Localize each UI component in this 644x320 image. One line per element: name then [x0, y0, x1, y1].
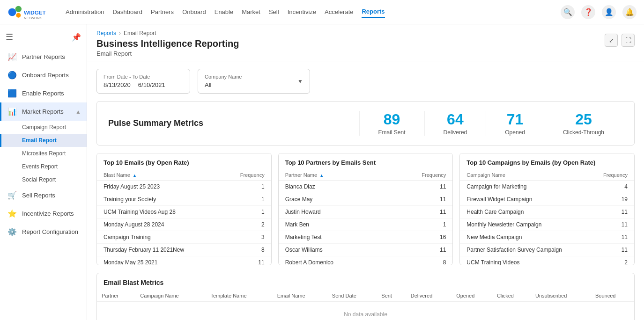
partner-freq: 8: [387, 256, 453, 266]
search-icon-btn[interactable]: 🔍: [561, 5, 575, 19]
nav-partners[interactable]: Partners: [151, 7, 174, 17]
onboard-reports-icon: 🔵: [7, 71, 17, 80]
top-partners-col2-header[interactable]: Frequency: [387, 170, 453, 181]
nav-incentivize[interactable]: Incentivize: [288, 7, 316, 17]
date-to[interactable]: 6/10/2021: [138, 81, 165, 88]
top-emails-title: Top 10 Emails (by Open Rate): [97, 153, 271, 170]
user-icon-btn[interactable]: 👤: [602, 5, 616, 19]
sidebar-item-onboard-reports[interactable]: 🔵 Onboard Reports: [0, 66, 87, 84]
sidebar-sub-label-email: Email Report: [22, 137, 57, 144]
sidebar-sub-social-report[interactable]: Social Report: [0, 173, 87, 186]
nav-market[interactable]: Market: [242, 7, 260, 17]
sidebar-controls: ☰ 📌: [0, 28, 87, 46]
filter-row: From Date - To Date 8/13/2020 6/10/2021 …: [96, 69, 635, 94]
nav-accelerate[interactable]: Accelerate: [325, 7, 353, 17]
enable-reports-icon: 🟦: [7, 89, 17, 98]
hamburger-icon[interactable]: ☰: [6, 32, 13, 42]
blast-metrics-col-header[interactable]: Unsubscribed: [531, 290, 591, 302]
company-filter-label: Company Name: [205, 74, 242, 80]
svg-point-1: [15, 6, 22, 12]
email-name: Campaign Training: [97, 231, 222, 244]
sidebar-item-market-reports[interactable]: 📊 Market Reports ▲: [0, 102, 87, 121]
top-emails-col2-header[interactable]: Frequency: [222, 170, 271, 181]
blast-metrics-col-header[interactable]: Template Name: [206, 290, 272, 302]
sidebar-sub-microsites-report[interactable]: Microsites Report: [0, 147, 87, 160]
email-name: Training your Society: [97, 193, 222, 206]
logo-area: WIDGET NETWORK: [7, 4, 54, 21]
top-emails-table: Blast Name ▲ Frequency Friday August 25 …: [97, 170, 271, 265]
sidebar: ☰ 📌 📈 Partner Reports 🔵 Onboard Reports …: [0, 24, 87, 320]
blast-metrics-col-header[interactable]: Opened: [452, 290, 492, 302]
metrics-panel: Pulse Summary Metrics 89 Email Sent 64 D…: [96, 101, 635, 145]
incentivize-reports-icon: ⭐: [7, 209, 17, 218]
campaign-name: UCM Training Videos: [460, 256, 589, 266]
company-filter-box: Company Name All ▼: [198, 69, 310, 94]
metric-clicked-through: 25 Clicked-Through: [544, 111, 623, 136]
sidebar-sub-events-report[interactable]: Events Report: [0, 160, 87, 173]
pin-icon[interactable]: 📌: [72, 33, 81, 42]
expand-button[interactable]: ⤢: [605, 34, 618, 47]
sell-reports-icon: 🛒: [7, 191, 17, 200]
nav-onboard[interactable]: Onboard: [182, 7, 206, 17]
blast-metrics-col-header[interactable]: Bounced: [591, 290, 634, 302]
top-partners-col1-header[interactable]: Partner Name ▲: [279, 170, 387, 181]
sidebar-item-sell-reports[interactable]: 🛒 Sell Reports: [0, 186, 87, 204]
blast-metrics-col-header[interactable]: Send Date: [327, 290, 377, 302]
sidebar-sub-label-social: Social Report: [22, 176, 56, 183]
campaign-freq: 2: [590, 256, 634, 266]
blast-metrics-col-header[interactable]: Delivered: [406, 290, 452, 302]
table-row: Firewall Widget Campaign19: [460, 193, 634, 206]
nav-reports[interactable]: Reports: [362, 6, 385, 18]
nav-enable[interactable]: Enable: [215, 7, 233, 17]
table-row: Monthly Newsletter Campaign11: [460, 218, 634, 231]
partner-freq: 11: [387, 181, 453, 193]
breadcrumb-current: Email Report: [124, 30, 156, 36]
blast-metrics-col-header[interactable]: Partner: [97, 290, 135, 302]
partner-name: Marketing Test: [279, 231, 387, 244]
svg-point-2: [16, 13, 21, 17]
nav-administration[interactable]: Administration: [66, 7, 104, 17]
sidebar-label-report-configuration: Report Configuration: [22, 228, 81, 235]
sidebar-item-enable-reports[interactable]: 🟦 Enable Reports: [0, 84, 87, 102]
sidebar-item-partner-reports[interactable]: 📈 Partner Reports: [0, 48, 87, 66]
metric-email-sent: 89 Email Sent: [359, 111, 424, 136]
date-filter-box: From Date - To Date 8/13/2020 6/10/2021: [96, 69, 190, 94]
sidebar-label-enable-reports: Enable Reports: [22, 90, 81, 97]
blast-metrics-col-header[interactable]: Clicked: [492, 290, 531, 302]
campaign-name: Campaign for Marketing: [460, 181, 589, 193]
metric-email-sent-label: Email Sent: [378, 129, 406, 136]
top-emails-col1-header[interactable]: Blast Name ▲: [97, 170, 222, 181]
main-layout: ☰ 📌 📈 Partner Reports 🔵 Onboard Reports …: [0, 24, 644, 320]
sidebar-item-incentivize-reports[interactable]: ⭐ Incentivize Reports: [0, 204, 87, 223]
sidebar-label-incentivize-reports: Incentivize Reports: [22, 210, 81, 217]
sidebar-label-market-reports: Market Reports: [22, 108, 71, 115]
campaign-freq: 11: [590, 218, 634, 231]
nav-dashboard[interactable]: Dashboard: [112, 7, 142, 17]
top-partners-table: Partner Name ▲ Frequency Bianca Diaz11Gr…: [279, 170, 453, 265]
table-row: Training your Society1: [97, 193, 271, 206]
breadcrumb-root[interactable]: Reports: [96, 30, 116, 36]
fullscreen-button[interactable]: ⛶: [622, 34, 635, 47]
top-campaigns-table: Campaign Name Frequency Campaign for Mar…: [460, 170, 634, 265]
sidebar-sub-email-report[interactable]: Email Report: [0, 134, 87, 147]
blast-metrics-col-header[interactable]: Campaign Name: [135, 290, 206, 302]
nav-sell[interactable]: Sell: [269, 7, 279, 17]
top-campaigns-col1-header[interactable]: Campaign Name: [460, 170, 589, 181]
blast-metrics-title: Email Blast Metrics: [97, 273, 634, 290]
blast-metrics-col-header[interactable]: Email Name: [273, 290, 327, 302]
sidebar-item-report-configuration[interactable]: ⚙️ Report Configuration: [0, 223, 87, 241]
page-subtitle: Email Report: [96, 50, 239, 57]
blast-metrics-col-header[interactable]: Sent: [377, 290, 406, 302]
bell-icon-btn[interactable]: 🔔: [622, 5, 637, 19]
company-dropdown-icon[interactable]: ▼: [297, 78, 303, 85]
table-row: Monday August 28 20242: [97, 218, 271, 231]
table-row: UCM Training Videos Aug 281: [97, 206, 271, 218]
help-icon-btn[interactable]: ❓: [581, 5, 595, 19]
partner-freq: 16: [387, 231, 453, 244]
partner-reports-icon: 📈: [7, 52, 17, 61]
svg-point-0: [8, 8, 16, 16]
sidebar-sub-campaign-report[interactable]: Campaign Report: [0, 121, 87, 134]
top-campaigns-col2-header[interactable]: Frequency: [590, 170, 634, 181]
breadcrumb: Reports › Email Report: [96, 30, 239, 36]
date-from[interactable]: 8/13/2020: [104, 81, 131, 88]
